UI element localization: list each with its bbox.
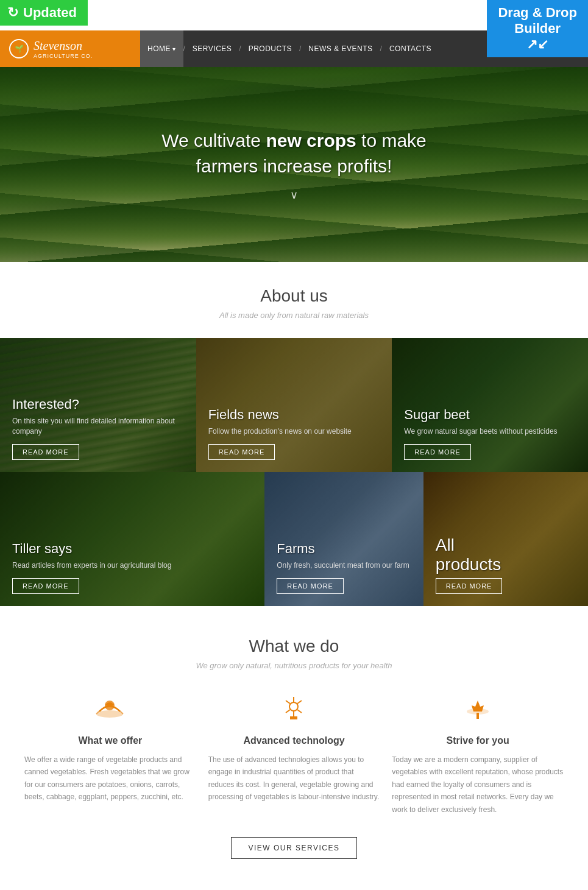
drag-drop-label: Drag & DropBuilder bbox=[498, 5, 577, 36]
card-fields-desc: Follow the production's news on our webs… bbox=[208, 426, 352, 437]
hero-title: We cultivate new crops to makefarmers in… bbox=[161, 128, 427, 179]
svg-line-7 bbox=[286, 710, 290, 713]
card-interested[interactable]: Interested? On this site you will find d… bbox=[0, 338, 196, 472]
card-interested-btn[interactable]: READ MORE bbox=[12, 444, 79, 460]
cards-row1: Interested? On this site you will find d… bbox=[0, 338, 588, 472]
hero-scroll-chevron: ∨ bbox=[161, 188, 427, 202]
card-all-products[interactable]: Allproducts READ MORE bbox=[423, 472, 588, 606]
svg-line-4 bbox=[297, 701, 302, 704]
drag-drop-badge: Drag & DropBuilder ↗↙ bbox=[487, 0, 588, 57]
drag-arrow-icon: ↗↙ bbox=[498, 37, 577, 52]
tech-icon bbox=[208, 694, 380, 726]
hero-section: We cultivate new crops to makefarmers in… bbox=[0, 67, 588, 262]
card-interested-desc: On this site you will find detailed info… bbox=[12, 416, 184, 437]
card-farms[interactable]: Farms Only fresh, succulent meat from ou… bbox=[264, 472, 423, 606]
what-subtitle: We grow only natural, nutritious product… bbox=[24, 661, 564, 670]
tech-title: Advanced technology bbox=[208, 735, 380, 746]
what-title: What we do bbox=[24, 637, 564, 656]
nav-products[interactable]: PRODUCTS bbox=[241, 30, 299, 67]
home-chevron: ▾ bbox=[172, 46, 176, 52]
feature-what-we-offer: What we offer We offer a wide range of v… bbox=[24, 694, 196, 816]
card-farms-title: Farms bbox=[277, 541, 409, 557]
svg-line-5 bbox=[297, 710, 302, 713]
cards-row2: Tiller says Read articles from experts i… bbox=[0, 472, 588, 606]
card-fields-title: Fields news bbox=[208, 407, 352, 423]
nav-services[interactable]: SERVICES bbox=[185, 30, 239, 67]
tech-desc: The use of advanced technologies allows … bbox=[208, 754, 380, 803]
card-sugarbeet-btn[interactable]: READ MORE bbox=[404, 444, 471, 460]
card-fields-btn[interactable]: READ MORE bbox=[208, 444, 275, 460]
about-title: About us bbox=[12, 286, 576, 306]
card-fields-news[interactable]: Fields news Follow the production's news… bbox=[196, 338, 392, 472]
svg-line-8 bbox=[286, 701, 290, 704]
updated-badge: ↻ Updated bbox=[0, 0, 88, 26]
feature-advanced-tech: Advanced technology The use of advanced … bbox=[208, 694, 380, 816]
card-tiller-desc: Read articles from experts in our agricu… bbox=[12, 560, 171, 571]
card-tiller-btn[interactable]: READ MORE bbox=[12, 578, 79, 594]
features-list: What we offer We offer a wide range of v… bbox=[24, 694, 564, 816]
offer-desc: We offer a wide range of vegetable produ… bbox=[24, 754, 196, 803]
svg-rect-9 bbox=[290, 716, 297, 719]
top-badges-bar: ↻ Updated Drag & DropBuilder ↗↙ bbox=[0, 0, 588, 30]
strive-icon bbox=[392, 694, 564, 726]
card-tiller-title: Tiller says bbox=[12, 541, 171, 557]
strive-desc: Today we are a modern company, supplier … bbox=[392, 754, 564, 816]
nav-contacts[interactable]: CONTACTS bbox=[382, 30, 439, 67]
nav-news-events[interactable]: NEWS & EVENTS bbox=[301, 30, 380, 67]
card-tiller[interactable]: Tiller says Read articles from experts i… bbox=[0, 472, 264, 606]
card-interested-title: Interested? bbox=[12, 397, 184, 412]
logo-name: Stevenson bbox=[34, 39, 82, 52]
logo-icon: 🌱 bbox=[9, 39, 29, 58]
logo-area: 🌱 Stevenson AGRICULTURE CO. bbox=[0, 30, 134, 67]
hero-content: We cultivate new crops to makefarmers in… bbox=[161, 128, 427, 202]
updated-label: Updated bbox=[23, 5, 77, 21]
svg-point-2 bbox=[289, 702, 298, 711]
card-sugarbeet-title: Sugar beet bbox=[404, 407, 557, 423]
card-sugar-beet[interactable]: Sugar beet We grow natural sugar beets w… bbox=[392, 338, 588, 472]
strive-title: Strive for you bbox=[392, 735, 564, 746]
card-sugarbeet-desc: We grow natural sugar beets without pest… bbox=[404, 426, 557, 437]
offer-icon bbox=[24, 694, 196, 726]
feature-strive: Strive for you Today we are a modern com… bbox=[392, 694, 564, 816]
card-products-title: Allproducts bbox=[436, 535, 503, 574]
about-section: About us All is made only from natural r… bbox=[0, 262, 588, 338]
logo-sub: AGRICULTURE CO. bbox=[34, 53, 93, 59]
about-subtitle: All is made only from natural raw materi… bbox=[12, 311, 576, 320]
card-farms-btn[interactable]: READ MORE bbox=[277, 578, 344, 594]
offer-title: What we offer bbox=[24, 735, 196, 746]
card-products-btn[interactable]: READ MORE bbox=[436, 578, 503, 594]
card-farms-desc: Only fresh, succulent meat from our farm bbox=[277, 560, 409, 571]
view-services-button[interactable]: VIEW OUR SERVICES bbox=[231, 837, 358, 859]
nav-home[interactable]: HOME ▾ bbox=[140, 30, 183, 67]
refresh-icon: ↻ bbox=[7, 5, 18, 21]
what-section: What we do We grow only natural, nutriti… bbox=[0, 606, 588, 883]
